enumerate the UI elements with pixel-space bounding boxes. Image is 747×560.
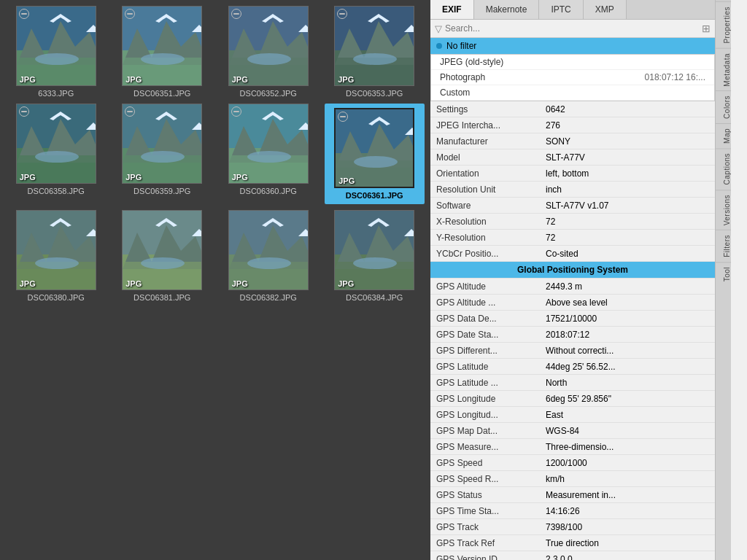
search-input[interactable] bbox=[445, 23, 699, 34]
dropdown-item[interactable]: Custom bbox=[431, 85, 714, 101]
svg-point-27 bbox=[353, 53, 397, 65]
sidebar-item-versions[interactable]: Versions bbox=[716, 190, 731, 230]
photo-filename: DSC06384.JPG bbox=[346, 293, 403, 302]
meta-value: WGS-84 bbox=[546, 424, 709, 436]
meta-key: X-Resolution bbox=[436, 215, 546, 227]
photo-item[interactable]: JPGDSC06351.JPG bbox=[112, 6, 213, 98]
meta-key: Resolution Unit bbox=[436, 183, 546, 195]
meta-key: GPS Track bbox=[436, 521, 546, 532]
svg-point-62 bbox=[35, 257, 79, 269]
photo-thumb: JPG bbox=[16, 210, 96, 290]
jpg-badge: JPG bbox=[338, 279, 354, 288]
dropdown-item[interactable]: JPEG (old-style) bbox=[431, 55, 714, 70]
globe-icon bbox=[231, 106, 241, 117]
sidebar-item-properties[interactable]: Properties bbox=[716, 1, 731, 48]
tab-exif[interactable]: EXIF bbox=[430, 0, 474, 19]
metadata-row: JPEG Intercha...276 bbox=[430, 117, 715, 133]
meta-key: GPS Different... bbox=[436, 344, 546, 356]
photo-item[interactable]: JPG6333.JPG bbox=[6, 6, 107, 98]
photo-item[interactable]: JPGDSC06384.JPG bbox=[325, 210, 425, 302]
photo-item[interactable]: JPGDSC06352.JPG bbox=[218, 6, 319, 98]
gps-metadata-row: GPS Altitude ...Above sea level bbox=[430, 295, 715, 311]
globe-icon bbox=[19, 106, 29, 117]
photo-item[interactable]: JPGDSC06382.JPG bbox=[218, 210, 319, 302]
meta-value: Without correcti... bbox=[546, 344, 709, 356]
meta-key: JPEG Intercha... bbox=[436, 119, 546, 131]
meta-value: 7398/100 bbox=[546, 521, 709, 532]
photo-thumb: JPG bbox=[228, 6, 309, 86]
meta-key: GPS Latitude ... bbox=[436, 376, 546, 388]
dropdown-item[interactable]: Photograph018:07:12 16:... bbox=[431, 70, 714, 85]
photo-thumb: JPG bbox=[334, 6, 414, 86]
meta-key: GPS Latitude bbox=[436, 360, 546, 372]
jpg-badge: JPG bbox=[125, 279, 142, 288]
tab-iptc[interactable]: IPTC bbox=[539, 0, 583, 19]
no-filter-row[interactable]: No filter bbox=[430, 38, 715, 54]
filter-icon: ▽ bbox=[435, 23, 442, 34]
meta-key: Software bbox=[436, 199, 546, 211]
meta-key: GPS Date Sta... bbox=[436, 328, 546, 340]
svg-point-34 bbox=[35, 151, 79, 163]
photo-item[interactable]: JPGDSC06360.JPG bbox=[218, 104, 319, 204]
gps-metadata-row: GPS Map Dat...WGS-84 bbox=[430, 423, 715, 439]
gps-metadata-row: GPS StatusMeasurement in... bbox=[430, 487, 715, 503]
photo-item[interactable]: JPGDSC06358.JPG bbox=[6, 104, 107, 204]
photo-item[interactable]: JPGDSC06359.JPG bbox=[112, 104, 213, 204]
metadata-panel: EXIFMakernoteIPTCXMP ▽ ⊞ No filter JPEG … bbox=[430, 0, 715, 560]
photo-item[interactable]: JPGDSC06381.JPG bbox=[112, 210, 213, 302]
expand-icon[interactable]: ⊞ bbox=[702, 23, 711, 34]
sidebar-item-map[interactable]: Map bbox=[716, 123, 731, 148]
sidebar-item-tool[interactable]: Tool bbox=[716, 262, 731, 286]
meta-value: Above sea level bbox=[546, 296, 709, 308]
sidebar-item-filters[interactable]: Filters bbox=[716, 230, 731, 262]
filter-dot bbox=[436, 43, 442, 49]
filter-dropdown-list: JPEG (old-style)Photograph018:07:12 16:.… bbox=[430, 54, 715, 101]
photo-thumb: JPG bbox=[228, 104, 309, 184]
meta-value: Measurement in... bbox=[546, 489, 709, 500]
photo-item[interactable]: JPGDSC06353.JPG bbox=[325, 6, 425, 98]
sidebar-item-colors[interactable]: Colors bbox=[716, 90, 731, 123]
meta-key: GPS Measure... bbox=[436, 440, 546, 452]
meta-key: Manufacturer bbox=[436, 135, 546, 147]
photo-filename: DSC06358.JPG bbox=[28, 187, 85, 195]
meta-key: GPS Altitude bbox=[436, 280, 546, 292]
gps-metadata-row: GPS Different...Without correcti... bbox=[430, 343, 715, 359]
gps-metadata-row: GPS Latitude44deg 25' 56.52... bbox=[430, 359, 715, 375]
metadata-row: ManufacturerSONY bbox=[430, 133, 715, 149]
meta-key: Y-Resolution bbox=[436, 231, 546, 243]
gps-metadata-row: GPS Track7398/100 bbox=[430, 519, 715, 535]
photo-thumb: JPG bbox=[228, 210, 309, 290]
meta-value: SONY bbox=[546, 135, 709, 147]
metadata-row: YCbCr Positio...Co-sited bbox=[430, 246, 715, 262]
dropdown-item-value: 018:07:12 16:... bbox=[645, 72, 705, 82]
metadata-row: SoftwareSLT-A77V v1.07 bbox=[430, 198, 715, 214]
globe-icon bbox=[231, 9, 241, 19]
jpg-badge: JPG bbox=[20, 173, 36, 182]
meta-value: 2449.3 m bbox=[546, 280, 709, 292]
photo-thumb: JPG bbox=[334, 108, 414, 188]
photo-item[interactable]: JPGDSC06361.JPG bbox=[325, 104, 425, 204]
meta-key: Settings bbox=[436, 103, 546, 114]
photo-thumb: JPG bbox=[122, 104, 202, 184]
meta-value: inch bbox=[546, 183, 709, 195]
sidebar-item-captions[interactable]: Captions bbox=[716, 148, 731, 189]
tab-makernote[interactable]: Makernote bbox=[474, 0, 540, 19]
jpg-badge: JPG bbox=[338, 75, 354, 84]
meta-value: SLT-A77V bbox=[546, 151, 709, 163]
meta-value: 72 bbox=[546, 215, 709, 227]
meta-value: 276 bbox=[546, 119, 709, 131]
svg-point-13 bbox=[141, 53, 185, 65]
metadata-scroll: Settings0642JPEG Intercha...276Manufactu… bbox=[430, 101, 715, 560]
svg-point-83 bbox=[353, 257, 397, 269]
tab-xmp[interactable]: XMP bbox=[584, 0, 627, 19]
meta-value: East bbox=[546, 408, 709, 420]
meta-value: North bbox=[546, 376, 709, 388]
photo-filename: DSC06352.JPG bbox=[240, 89, 297, 98]
photo-item[interactable]: JPGDSC06380.JPG bbox=[6, 210, 107, 302]
meta-value: 17521/10000 bbox=[546, 312, 709, 324]
sidebar-item-metadata[interactable]: Metadata bbox=[716, 48, 731, 91]
meta-key: Model bbox=[436, 151, 546, 163]
gps-metadata-row: GPS Data De...17521/10000 bbox=[430, 311, 715, 327]
photo-filename: DSC06359.JPG bbox=[133, 187, 190, 195]
meta-value: 2018:07:12 bbox=[546, 328, 709, 340]
